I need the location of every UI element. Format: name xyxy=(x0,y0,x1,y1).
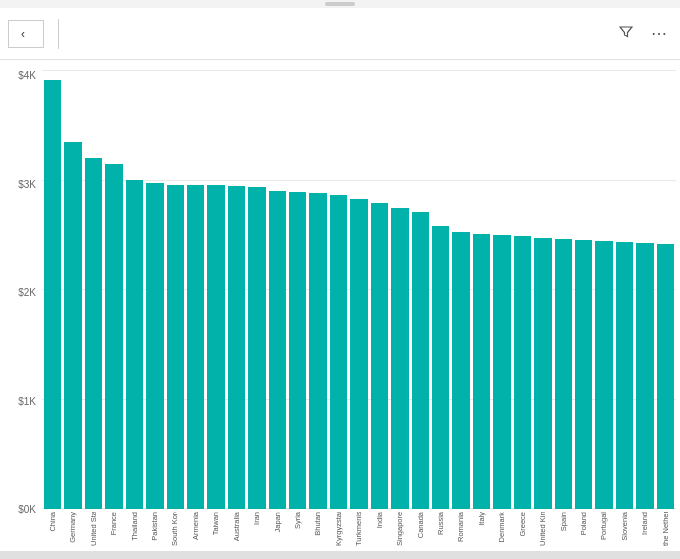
x-label-col: Canada xyxy=(412,512,429,538)
bar xyxy=(269,191,286,509)
x-label-col: Pakistan xyxy=(146,512,163,541)
bar-col[interactable] xyxy=(187,70,204,509)
bar xyxy=(228,186,245,509)
bar-col[interactable] xyxy=(330,70,347,509)
bar-col[interactable] xyxy=(309,70,326,509)
bar-col[interactable] xyxy=(493,70,510,509)
filter-button[interactable] xyxy=(615,21,637,46)
bar xyxy=(657,244,674,509)
chart-area: $0K$1K$2K$3K$4K ChinaGermanyUnited State… xyxy=(0,60,680,551)
x-axis-label: Russia xyxy=(437,512,445,535)
x-label-col: Armenia xyxy=(187,512,204,540)
filter-icon xyxy=(619,25,633,39)
bar-col[interactable] xyxy=(636,70,653,509)
bar xyxy=(636,243,653,509)
main-container: ‹ ⋯ $0K$1K$2K$3K$4K ChinaG xyxy=(0,0,680,559)
x-axis-label: United States xyxy=(90,512,98,546)
bar-col[interactable] xyxy=(228,70,245,509)
bar-col[interactable] xyxy=(473,70,490,509)
x-label-col: United States xyxy=(85,512,102,546)
x-axis-label: Armenia xyxy=(192,512,200,540)
bar xyxy=(452,232,469,509)
x-label-col: Syria xyxy=(289,512,306,529)
bar xyxy=(167,185,184,509)
x-axis-label: Ireland xyxy=(641,512,649,535)
bar-col[interactable] xyxy=(85,70,102,509)
x-label-col: Romania xyxy=(452,512,469,542)
bar xyxy=(493,235,510,509)
x-axis-label: China xyxy=(49,512,57,532)
bar-col[interactable] xyxy=(207,70,224,509)
x-axis-label: the Netherlands xyxy=(662,512,670,546)
x-axis-label: Japan xyxy=(274,512,282,532)
x-label-col: Iran xyxy=(248,512,265,525)
bar-col[interactable] xyxy=(44,70,61,509)
x-label-col: Turkmenistan xyxy=(350,512,367,546)
bar-col[interactable] xyxy=(555,70,572,509)
x-axis-label: Thailand xyxy=(131,512,139,541)
bars-wrapper xyxy=(42,70,676,509)
bar xyxy=(207,185,224,509)
x-axis-label: Portugal xyxy=(600,512,608,540)
bar-col[interactable] xyxy=(616,70,633,509)
bar xyxy=(432,226,449,509)
bar-col[interactable] xyxy=(105,70,122,509)
bar-col[interactable] xyxy=(657,70,674,509)
y-axis-label: $0K xyxy=(18,504,36,515)
x-label-col: Ireland xyxy=(636,512,653,535)
bar-col[interactable] xyxy=(350,70,367,509)
bar-col[interactable] xyxy=(248,70,265,509)
x-axis-label: United Kingdom xyxy=(539,512,547,546)
y-axis: $0K$1K$2K$3K$4K xyxy=(0,70,42,515)
back-button[interactable]: ‹ xyxy=(8,20,44,48)
bar-col[interactable] xyxy=(167,70,184,509)
bar xyxy=(105,164,122,509)
x-label-col: Greece xyxy=(514,512,531,537)
x-axis-label: Poland xyxy=(580,512,588,535)
bar xyxy=(391,208,408,509)
x-label-col: Thailand xyxy=(126,512,143,541)
bar xyxy=(575,240,592,509)
bar xyxy=(330,195,347,509)
bar-col[interactable] xyxy=(391,70,408,509)
ellipsis-icon: ⋯ xyxy=(651,25,668,42)
bottom-scrollbar[interactable] xyxy=(0,551,680,559)
x-label-col: Italy xyxy=(473,512,490,526)
bar xyxy=(534,238,551,509)
bar-col[interactable] xyxy=(452,70,469,509)
x-axis-label: Taiwan xyxy=(212,512,220,535)
y-axis-label: $3K xyxy=(18,179,36,190)
x-label-col: Germany xyxy=(64,512,81,543)
bar-col[interactable] xyxy=(371,70,388,509)
bar-col[interactable] xyxy=(146,70,163,509)
bar-col[interactable] xyxy=(126,70,143,509)
bar-col[interactable] xyxy=(412,70,429,509)
y-axis-label: $1K xyxy=(18,396,36,407)
x-label-col: China xyxy=(44,512,61,532)
bar-col[interactable] xyxy=(595,70,612,509)
x-axis-label: Pakistan xyxy=(151,512,159,541)
x-axis-label: Iran xyxy=(253,512,261,525)
header-divider xyxy=(58,19,59,49)
bar xyxy=(412,212,429,509)
bar-col[interactable] xyxy=(514,70,531,509)
x-label-col: Japan xyxy=(269,512,286,532)
bar-col[interactable] xyxy=(575,70,592,509)
x-axis: ChinaGermanyUnited StatesFranceThailandP… xyxy=(42,509,676,545)
x-axis-label: South Korea xyxy=(171,512,179,546)
x-label-col: Bhutan xyxy=(309,512,326,536)
bar-col[interactable] xyxy=(64,70,81,509)
more-button[interactable]: ⋯ xyxy=(647,20,672,47)
x-label-col: Portugal xyxy=(595,512,612,540)
bar-col[interactable] xyxy=(432,70,449,509)
x-axis-label: Romania xyxy=(457,512,465,542)
x-axis-label: Spain xyxy=(560,512,568,531)
bar xyxy=(350,199,367,509)
bar-col[interactable] xyxy=(534,70,551,509)
bar-col[interactable] xyxy=(289,70,306,509)
x-label-col: Slovenia xyxy=(616,512,633,541)
bar xyxy=(64,142,81,509)
bar-col[interactable] xyxy=(269,70,286,509)
y-axis-label: $4K xyxy=(18,70,36,81)
x-label-col: Poland xyxy=(575,512,592,535)
